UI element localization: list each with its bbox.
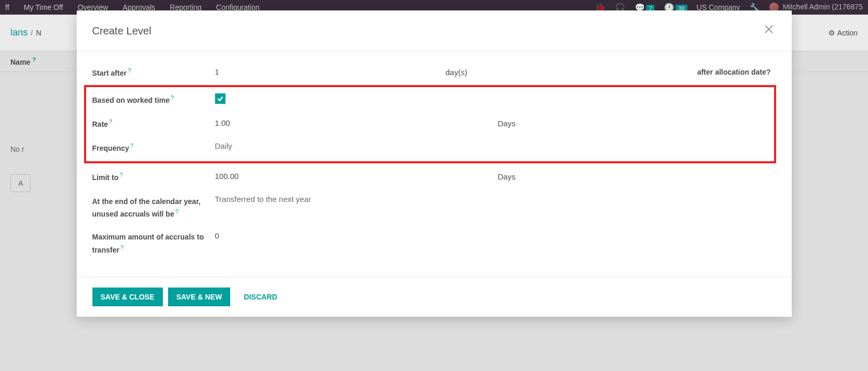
after-allocation-text: after allocation date bbox=[697, 68, 766, 76]
frequency-label: Frequency? bbox=[92, 141, 215, 152]
worked-time-label: Based on worked time? bbox=[92, 93, 215, 104]
rate-label: Rate? bbox=[92, 117, 215, 128]
check-icon bbox=[217, 95, 224, 102]
frequency-select[interactable]: Daily bbox=[215, 141, 232, 150]
rate-value-group: Days bbox=[215, 117, 774, 129]
limit-value-group: Days bbox=[215, 171, 776, 182]
max-transfer-label-text: Maximum amount of accruals to transfer bbox=[92, 233, 204, 254]
save-close-button[interactable]: Save & Close bbox=[92, 288, 163, 306]
help-icon[interactable]: ? bbox=[128, 67, 131, 74]
start-after-input[interactable] bbox=[215, 66, 439, 78]
limit-row: Limit to? Days bbox=[92, 165, 776, 189]
rate-input[interactable] bbox=[215, 117, 492, 129]
start-after-value-group: day(s) after allocation date? bbox=[215, 66, 776, 78]
discard-button[interactable]: Discard bbox=[235, 288, 286, 306]
limit-label-text: Limit to bbox=[92, 173, 119, 182]
modal-header: Create Level bbox=[77, 10, 792, 52]
rate-label-text: Rate bbox=[92, 120, 108, 128]
rate-unit[interactable]: Days bbox=[498, 119, 774, 128]
modal-body: Start after? day(s) after allocation dat… bbox=[77, 52, 792, 277]
start-after-unit[interactable]: day(s) bbox=[446, 68, 675, 77]
max-transfer-value bbox=[215, 230, 776, 242]
help-icon[interactable]: ? bbox=[175, 208, 179, 214]
max-transfer-label: Maximum amount of accruals to transfer? bbox=[92, 230, 215, 255]
worked-time-row: Based on worked time? bbox=[92, 88, 774, 112]
frequency-label-text: Frequency bbox=[92, 144, 129, 152]
start-after-label-text: Start after bbox=[92, 69, 127, 77]
close-button[interactable] bbox=[762, 22, 776, 40]
create-level-modal: Create Level Start after? day(s) after a… bbox=[77, 10, 792, 317]
help-icon[interactable]: ? bbox=[766, 68, 771, 76]
help-icon[interactable]: ? bbox=[171, 94, 174, 101]
modal-title: Create Level bbox=[92, 25, 151, 37]
worked-time-label-text: Based on worked time bbox=[92, 96, 170, 104]
help-icon[interactable]: ? bbox=[130, 142, 133, 149]
limit-input[interactable] bbox=[215, 171, 492, 182]
help-icon[interactable]: ? bbox=[121, 244, 124, 250]
worked-time-checkbox[interactable] bbox=[215, 93, 225, 104]
max-transfer-row: Maximum amount of accruals to transfer? bbox=[92, 225, 776, 260]
help-icon[interactable]: ? bbox=[109, 118, 112, 125]
year-end-row: At the end of the calendar year, unused … bbox=[92, 189, 776, 225]
worked-time-value bbox=[215, 93, 774, 104]
year-end-label-text: At the end of the calendar year, unused … bbox=[92, 197, 201, 218]
year-end-label: At the end of the calendar year, unused … bbox=[92, 195, 215, 220]
year-end-value: Transferred to the next year bbox=[215, 195, 776, 204]
year-end-select[interactable]: Transferred to the next year bbox=[215, 195, 312, 204]
frequency-value: Daily bbox=[215, 141, 774, 150]
modal-footer: Save & Close Save & New Discard bbox=[77, 277, 792, 317]
limit-label: Limit to? bbox=[92, 171, 215, 182]
close-icon bbox=[764, 24, 774, 34]
rate-row: Rate? Days bbox=[92, 112, 774, 136]
start-after-label: Start after? bbox=[92, 66, 215, 77]
save-new-button[interactable]: Save & New bbox=[168, 288, 231, 306]
start-after-row: Start after? day(s) after allocation dat… bbox=[92, 61, 776, 85]
frequency-row: Frequency? Daily bbox=[92, 136, 774, 160]
after-allocation-label: after allocation date? bbox=[697, 68, 776, 76]
limit-unit[interactable]: Days bbox=[498, 172, 776, 181]
max-transfer-input[interactable] bbox=[215, 230, 439, 242]
highlight-box: Based on worked time? Rate? bbox=[84, 85, 776, 163]
modal-overlay: Create Level Start after? day(s) after a… bbox=[0, 0, 868, 371]
help-icon[interactable]: ? bbox=[120, 172, 123, 178]
